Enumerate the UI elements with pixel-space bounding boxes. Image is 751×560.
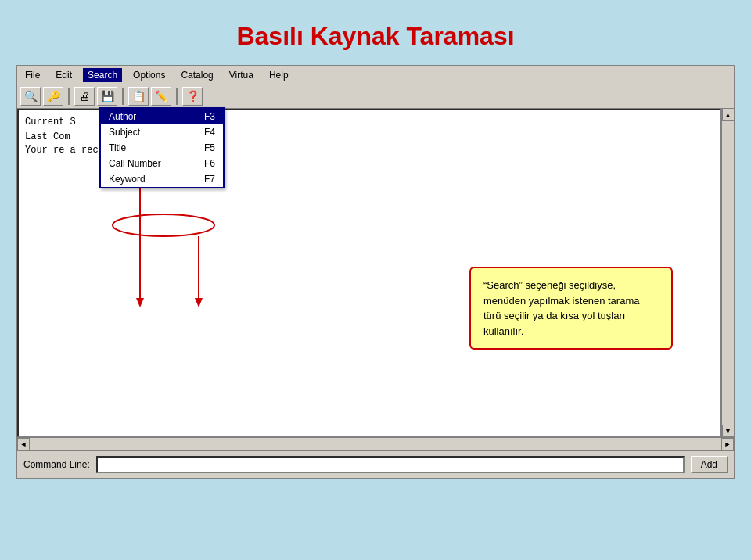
menu-bar: File Edit Search Options Catalog Virtua … xyxy=(17,66,734,84)
svg-marker-5 xyxy=(195,298,203,307)
command-input[interactable] xyxy=(96,456,685,473)
toolbar-search-btn[interactable]: 🔍 xyxy=(20,87,41,106)
menu-options[interactable]: Options xyxy=(128,68,170,82)
page-title: Basılı Kaynak Taraması xyxy=(0,0,751,65)
toolbar-print-btn[interactable]: 🖨 xyxy=(74,87,95,106)
toolbar-help-btn[interactable]: ❓ xyxy=(182,87,203,106)
command-area: Command Line: Add xyxy=(17,450,734,478)
toolbar-sep3 xyxy=(176,88,178,105)
callout-box: “Search” seçeneği seçildiyse, menüden ya… xyxy=(469,267,673,350)
toolbar-btn4[interactable]: ✏️ xyxy=(151,87,171,106)
toolbar: 🔍 🔑 🖨 💾 📋 ✏️ ❓ xyxy=(17,84,734,109)
horizontal-scrollbar: ◄ ► xyxy=(17,437,734,450)
add-button[interactable]: Add xyxy=(691,456,728,473)
menu-catalog[interactable]: Catalog xyxy=(176,68,217,82)
svg-point-1 xyxy=(113,214,214,236)
vertical-scrollbar: ▲ ▼ xyxy=(721,109,734,437)
scroll-up-btn[interactable]: ▲ xyxy=(722,109,735,121)
toolbar-btn3[interactable]: 📋 xyxy=(128,87,149,106)
scroll-left-btn[interactable]: ◄ xyxy=(17,438,30,451)
menu-edit[interactable]: Edit xyxy=(51,68,77,82)
dropdown-title[interactable]: Title F5 xyxy=(101,140,223,156)
scroll-h-track[interactable] xyxy=(30,438,721,450)
dropdown-keyword[interactable]: Keyword F7 xyxy=(101,171,223,187)
dropdown-subject[interactable]: Subject F4 xyxy=(101,124,223,140)
scroll-down-btn[interactable]: ▼ xyxy=(722,425,735,437)
dropdown-author[interactable]: Author F3 xyxy=(101,109,223,124)
menu-search[interactable]: Search xyxy=(83,68,122,82)
toolbar-save-btn[interactable]: 💾 xyxy=(97,87,117,106)
scroll-track[interactable] xyxy=(722,121,734,425)
toolbar-sep1 xyxy=(68,88,70,105)
command-label: Command Line: xyxy=(23,459,90,470)
toolbar-sep2 xyxy=(122,88,124,105)
svg-marker-3 xyxy=(136,298,144,307)
menu-virtua[interactable]: Virtua xyxy=(225,68,258,82)
menu-help[interactable]: Help xyxy=(264,68,293,82)
menu-file[interactable]: File xyxy=(20,68,45,82)
search-dropdown-menu: Author F3 Subject F4 Title F5 Call Numbe… xyxy=(99,107,225,188)
screen-container: File Edit Search Options Catalog Virtua … xyxy=(16,65,735,479)
toolbar-key-btn[interactable]: 🔑 xyxy=(43,87,63,106)
dropdown-callnumber[interactable]: Call Number F6 xyxy=(101,156,223,171)
scroll-right-btn[interactable]: ► xyxy=(721,438,734,451)
